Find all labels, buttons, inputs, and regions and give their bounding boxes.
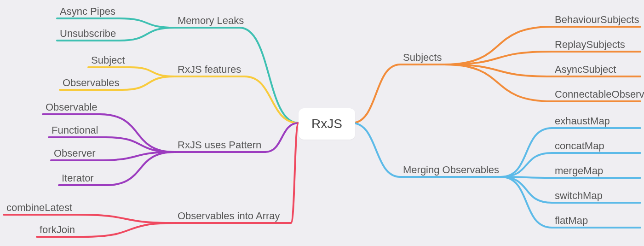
- root-node: RxJS: [299, 108, 355, 140]
